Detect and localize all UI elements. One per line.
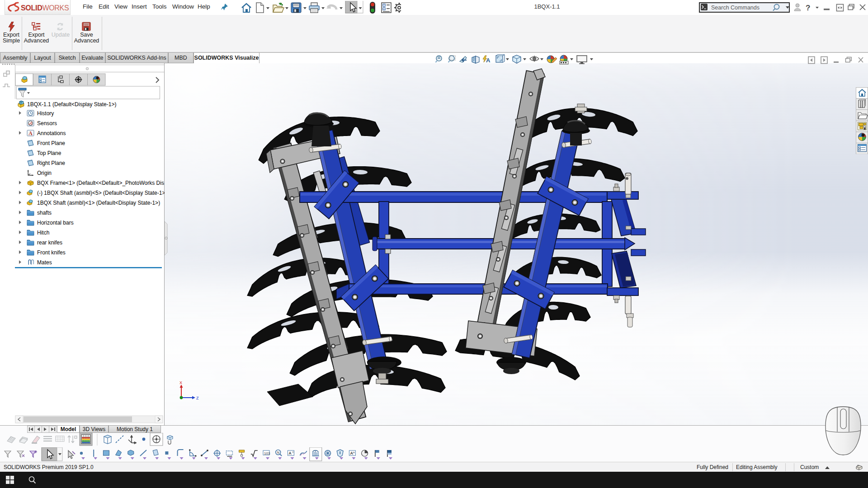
svg-text:?: ? [806, 4, 810, 12]
svg-text:Search Commands: Search Commands [711, 5, 760, 11]
svg-text:Z: Z [196, 396, 199, 400]
svg-text:SOLIDWORKS: SOLIDWORKS [21, 4, 69, 12]
svg-text:A: A [288, 451, 291, 455]
svg-text:X: X [179, 380, 182, 385]
svg-text:A°: A° [350, 451, 354, 455]
svg-text:A: A [28, 131, 33, 136]
svg-text:A: A [486, 57, 491, 64]
svg-text:N: N [277, 451, 279, 454]
svg-text:103: 103 [264, 451, 270, 455]
